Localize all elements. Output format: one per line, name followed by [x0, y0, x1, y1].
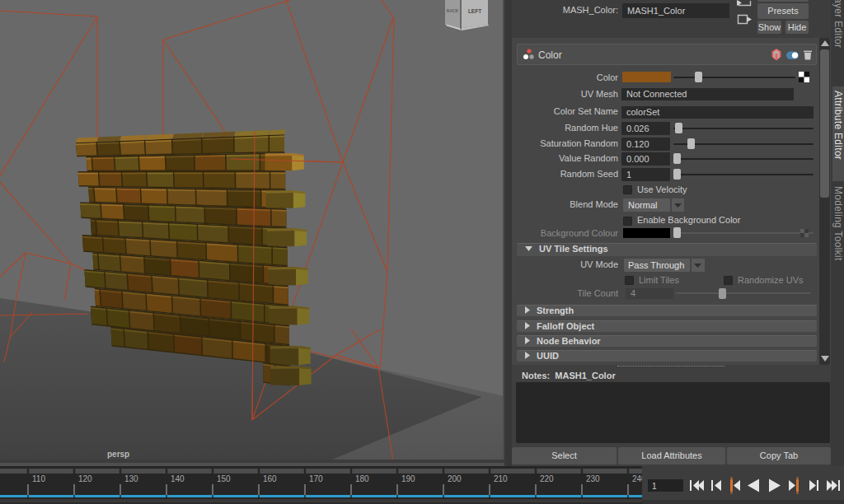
svg-text:140: 140 — [171, 474, 185, 483]
svg-text:LEFT: LEFT — [468, 8, 481, 14]
svg-text:130: 130 — [124, 474, 138, 483]
svg-text:persp: persp — [107, 450, 129, 459]
svg-text:110: 110 — [32, 474, 45, 483]
svg-text:210: 210 — [494, 474, 508, 483]
svg-text:120: 120 — [78, 474, 92, 483]
svg-text:190: 190 — [401, 474, 415, 483]
svg-text:220: 220 — [540, 474, 554, 483]
svg-text:200: 200 — [448, 474, 462, 483]
svg-text:150: 150 — [217, 474, 231, 483]
svg-text:230: 230 — [586, 474, 600, 483]
svg-text:BACK: BACK — [447, 8, 459, 13]
svg-text:180: 180 — [355, 474, 369, 483]
svg-text:170: 170 — [309, 474, 323, 483]
svg-text:160: 160 — [263, 474, 277, 483]
svg-text:1: 1 — [652, 482, 657, 491]
